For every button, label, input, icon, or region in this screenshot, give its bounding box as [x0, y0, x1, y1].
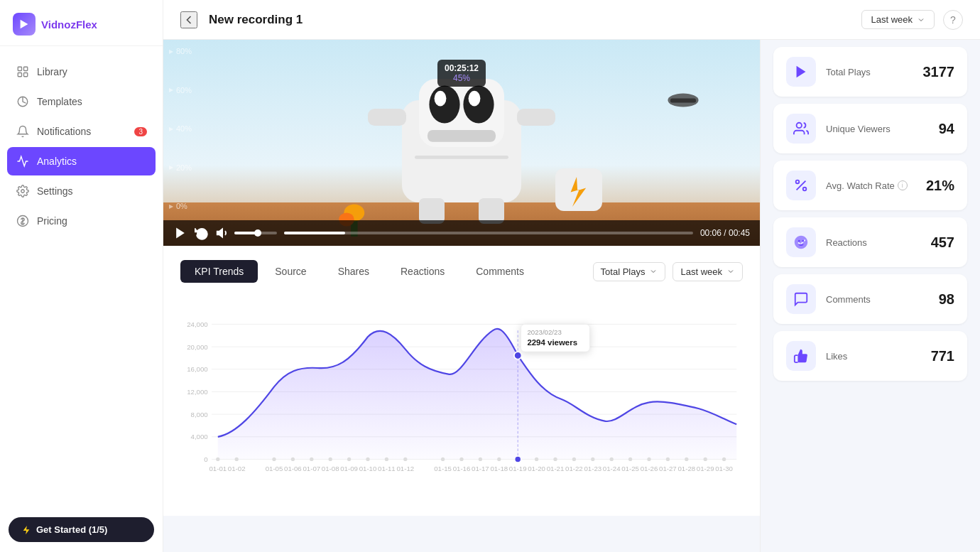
svg-rect-22 [517, 109, 555, 126]
templates-icon [16, 94, 30, 109]
get-started-button[interactable]: Get Started (1/5) [9, 517, 154, 542]
svg-text:01-20: 01-20 [528, 465, 545, 472]
likes-icon-bg [786, 341, 816, 371]
logo-svg [18, 18, 31, 31]
tooltip-time: 00:25:12 [445, 63, 479, 73]
avg-watch-label: Avg. Watch Rate i [826, 180, 916, 191]
video-yaxis: 80% 60% 40% 20% 0% [163, 40, 199, 217]
svg-rect-25 [555, 168, 602, 211]
reaction-icon [793, 234, 809, 250]
tab-kpi-trends[interactable]: KPI Trends [180, 260, 258, 283]
svg-text:2023/02/23: 2023/02/23 [527, 328, 561, 336]
chart-controls: Total Plays Last week [593, 262, 743, 281]
time-display: 00:06 / 00:45 [700, 228, 750, 238]
topbar-right: Last week ? [861, 10, 963, 30]
yaxis-label-40: 40% [163, 124, 199, 133]
replay-icon [195, 226, 209, 240]
sidebar-item-analytics[interactable]: Analytics [7, 147, 156, 175]
svg-text:01-16: 01-16 [453, 465, 471, 472]
tooltip-pct: 45% [445, 73, 479, 83]
svg-point-96 [610, 458, 614, 461]
tab-reactions[interactable]: Reactions [386, 260, 459, 283]
volume-slider[interactable] [234, 232, 277, 234]
svg-point-18 [469, 91, 481, 107]
unique-viewers-label: Unique Viewers [826, 124, 929, 134]
svg-point-89 [479, 458, 482, 461]
total-plays-label: Total Plays [826, 67, 913, 77]
svg-text:01-11: 01-11 [378, 465, 396, 472]
svg-point-17 [435, 91, 447, 107]
video-controls: 00:06 / 00:45 [163, 220, 760, 246]
chart-container: 24,000 20,000 16,000 12,000 8,000 4,000 … [180, 300, 743, 502]
avg-watch-value: 21% [926, 178, 954, 194]
svg-point-101 [704, 458, 707, 461]
tab-comments[interactable]: Comments [462, 260, 538, 283]
yaxis-label-80: 80% [163, 47, 199, 55]
pricing-icon [16, 214, 30, 228]
left-section: 80% 60% 40% 20% 0% 00:25:12 45% [163, 40, 760, 552]
metric-dropdown[interactable]: Total Plays [593, 262, 666, 281]
svg-point-108 [798, 240, 800, 242]
svg-text:01-23: 01-23 [584, 465, 601, 472]
chart-period-dropdown[interactable]: Last week [673, 262, 743, 281]
video-player[interactable]: 80% 60% 40% 20% 0% 00:25:12 45% [163, 40, 760, 246]
sidebar-item-pricing[interactable]: Pricing [7, 207, 156, 235]
sidebar-item-library[interactable]: Library [7, 58, 156, 86]
tab-shares[interactable]: Shares [324, 260, 383, 283]
yaxis-label-20: 20% [163, 163, 199, 172]
svg-point-109 [802, 240, 804, 242]
sidebar-label-pricing: Pricing [37, 215, 67, 227]
svg-text:16,000: 16,000 [187, 365, 208, 373]
unique-viewers-icon-bg [786, 114, 816, 144]
comment-icon [793, 291, 809, 307]
svg-text:01-30: 01-30 [715, 465, 733, 472]
svg-marker-30 [176, 228, 185, 239]
right-panel: Total Plays 3177 Unique Viewers 94 [760, 40, 980, 552]
svg-point-82 [329, 458, 332, 461]
sidebar-item-templates[interactable]: Templates [7, 87, 156, 116]
help-button[interactable]: ? [943, 10, 963, 30]
tab-source[interactable]: Source [261, 260, 320, 283]
users-icon [793, 121, 809, 136]
analytics-icon [16, 154, 30, 168]
timeline[interactable] [284, 232, 693, 234]
back-button[interactable] [180, 11, 197, 28]
svg-point-106 [796, 180, 800, 184]
sidebar-bottom: Get Started (1/5) [0, 507, 163, 552]
volume-control[interactable] [216, 226, 277, 240]
content-area: 80% 60% 40% 20% 0% 00:25:12 45% [163, 40, 980, 552]
svg-text:01-09: 01-09 [340, 465, 358, 472]
svg-point-86 [403, 458, 407, 461]
bell-icon [16, 124, 30, 139]
svg-text:01-07: 01-07 [303, 465, 320, 472]
svg-point-87 [441, 458, 445, 461]
chevron-down-icon [917, 16, 925, 24]
sidebar-item-notifications[interactable]: Notifications 3 [7, 117, 156, 146]
svg-point-99 [666, 458, 670, 461]
logo-text: VidnozFlex [41, 18, 97, 31]
logo-icon [13, 13, 36, 36]
replay-button[interactable] [195, 226, 209, 240]
svg-point-95 [591, 458, 594, 461]
svg-line-105 [797, 181, 806, 190]
svg-text:24,000: 24,000 [187, 320, 208, 328]
settings-icon [16, 184, 30, 198]
kpi-chart: 24,000 20,000 16,000 12,000 8,000 4,000 … [180, 300, 743, 499]
sidebar-nav: Library Templates Notifications 3 Analyt… [0, 46, 163, 507]
svg-rect-3 [18, 73, 21, 77]
play-icon [793, 64, 809, 80]
svg-text:01-06: 01-06 [284, 465, 302, 472]
svg-text:01-05: 01-05 [266, 465, 283, 472]
volume-button[interactable] [216, 226, 230, 240]
svg-text:2294 viewers: 2294 viewers [527, 338, 577, 347]
svg-point-90 [497, 458, 501, 461]
period-dropdown[interactable]: Last week [861, 10, 935, 29]
svg-point-78 [235, 458, 239, 461]
topbar: New recording 1 Last week ? [163, 0, 980, 40]
play-button[interactable] [173, 226, 187, 240]
svg-point-79 [272, 458, 276, 461]
timeline-fill [284, 232, 345, 234]
svg-text:01-24: 01-24 [603, 465, 621, 472]
total-plays-icon-bg [786, 57, 816, 87]
sidebar-item-settings[interactable]: Settings [7, 177, 156, 205]
